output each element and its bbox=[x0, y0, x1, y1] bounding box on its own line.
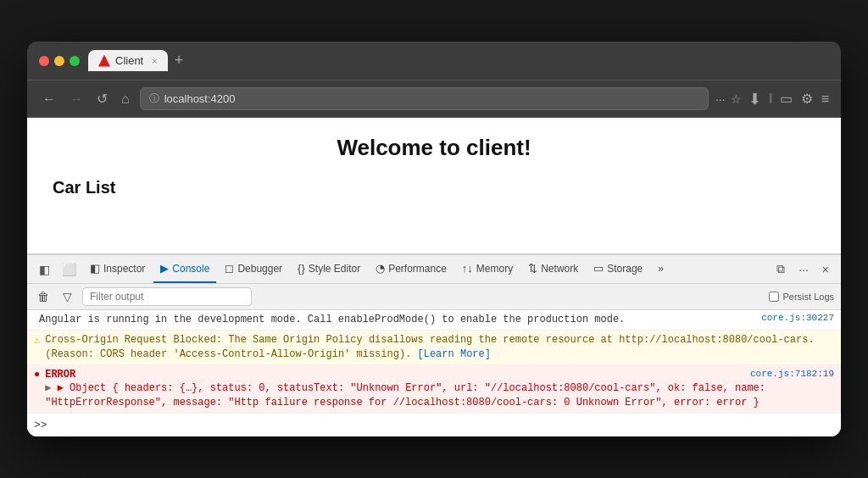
browser-window: Client × + ← → ↺ ⌂ ⓘ localhost:4200 ··· … bbox=[27, 42, 841, 436]
forward-button[interactable]: → bbox=[66, 90, 86, 108]
persist-logs-label: Persist Logs bbox=[782, 292, 834, 302]
devtools-tab-bar: ◧ ⬜ ◧ Inspector ▶ Console ◻ Debugger {} … bbox=[27, 255, 841, 284]
url-bar[interactable]: ⓘ localhost:4200 bbox=[140, 87, 709, 110]
home-button[interactable]: ⌂ bbox=[118, 90, 133, 108]
minimize-button[interactable] bbox=[54, 56, 64, 66]
more-options-icon[interactable]: ··· bbox=[715, 92, 726, 106]
devtools-copy-button[interactable]: ⧉ bbox=[771, 257, 790, 281]
console-message-warn: ⚠ Cross-Origin Request Blocked: The Same… bbox=[27, 331, 841, 365]
devtools-toolbar-right: ⧉ ··· × bbox=[771, 257, 834, 281]
devtools-responsive-button[interactable]: ⬜ bbox=[57, 258, 81, 281]
car-list-heading: Car List bbox=[53, 178, 815, 197]
tab-debugger[interactable]: ◻ Debugger bbox=[218, 255, 289, 283]
inspector-icon: ◧ bbox=[90, 262, 100, 275]
tab-more-button[interactable]: » bbox=[651, 256, 670, 283]
debugger-icon: ◻ bbox=[225, 262, 234, 275]
error-arrow: ▶ bbox=[45, 382, 51, 394]
browser-tab-client[interactable]: Client × bbox=[88, 50, 168, 71]
prompt-symbol: >> bbox=[34, 419, 47, 431]
console-icon: ▶ bbox=[160, 262, 169, 275]
filter-icon-button[interactable]: ▽ bbox=[59, 288, 75, 305]
tab-title: Client bbox=[115, 54, 143, 67]
menu-icon[interactable]: ≡ bbox=[821, 92, 829, 107]
address-bar: ← → ↺ ⌂ ⓘ localhost:4200 ··· ☆ ⬇ 𝄁 ▭ ⚙ ≡ bbox=[27, 81, 841, 118]
console-warn-text: Cross-Origin Request Blocked: The Same O… bbox=[45, 333, 834, 362]
reload-button[interactable]: ↺ bbox=[93, 89, 111, 108]
tab-strip: Client × + bbox=[88, 50, 829, 71]
maximize-button[interactable] bbox=[70, 56, 80, 66]
console-prompt[interactable]: >> bbox=[27, 414, 841, 436]
memory-icon: ↑↓ bbox=[462, 262, 473, 275]
tab-network[interactable]: ⇅ Network bbox=[521, 255, 585, 283]
reader-view-icon[interactable]: 𝄁 bbox=[770, 92, 771, 107]
console-error-content: ERROR core.js:7182:19 ▶ ▶ Object { heade… bbox=[45, 368, 834, 410]
page-content: Welcome to client! Car List bbox=[27, 118, 841, 253]
console-info-source[interactable]: core.js:30227 bbox=[761, 313, 834, 323]
console-output: Angular is running in the development mo… bbox=[27, 310, 841, 414]
console-message-info: Angular is running in the development mo… bbox=[27, 310, 841, 331]
url-text: localhost:4200 bbox=[164, 92, 236, 105]
tab-performance[interactable]: ◔ Performance bbox=[369, 255, 453, 283]
angular-favicon bbox=[98, 55, 110, 67]
settings-icon[interactable]: ⚙ bbox=[801, 91, 813, 107]
tab-console[interactable]: ▶ Console bbox=[153, 255, 216, 283]
storage-icon: ▭ bbox=[593, 262, 604, 275]
bookmark-icon[interactable]: ☆ bbox=[731, 92, 742, 106]
page-title: Welcome to client! bbox=[53, 135, 815, 161]
style-editor-icon: {} bbox=[298, 262, 305, 275]
title-bar: Client × + bbox=[27, 42, 841, 81]
learn-more-link[interactable]: [Learn More] bbox=[418, 348, 491, 360]
performance-icon: ◔ bbox=[376, 262, 385, 275]
network-icon: ⇅ bbox=[528, 262, 537, 275]
error-detail: ▶ Object { headers: {…}, status: 0, stat… bbox=[45, 382, 765, 409]
new-tab-button[interactable]: + bbox=[171, 52, 187, 69]
filter-input[interactable] bbox=[82, 287, 252, 306]
url-actions: ··· ☆ bbox=[715, 92, 742, 106]
tab-close-button[interactable]: × bbox=[152, 56, 157, 66]
console-error-source[interactable]: core.js:7182:19 bbox=[750, 368, 834, 381]
tab-inspector[interactable]: ◧ Inspector bbox=[83, 255, 152, 283]
persist-logs-checkbox[interactable] bbox=[769, 292, 779, 302]
tab-style-editor[interactable]: {} Style Editor bbox=[291, 255, 367, 283]
traffic-lights bbox=[39, 56, 80, 66]
warn-icon: ⚠ bbox=[34, 334, 40, 347]
browser-toolbar-right: ⬇ 𝄁 ▭ ⚙ ≡ bbox=[748, 90, 829, 108]
console-info-text: Angular is running in the development mo… bbox=[39, 313, 756, 327]
back-button[interactable]: ← bbox=[39, 90, 59, 108]
pip-icon[interactable]: ▭ bbox=[780, 91, 793, 107]
console-message-error: ● ERROR core.js:7182:19 ▶ ▶ Object { hea… bbox=[27, 365, 841, 414]
close-button[interactable] bbox=[39, 56, 49, 66]
devtools-panel: ◧ ⬜ ◧ Inspector ▶ Console ◻ Debugger {} … bbox=[27, 253, 841, 436]
devtools-pick-element-button[interactable]: ◧ bbox=[34, 258, 55, 281]
download-icon[interactable]: ⬇ bbox=[748, 90, 761, 108]
error-icon: ● bbox=[34, 369, 40, 381]
devtools-overflow-button[interactable]: ··· bbox=[793, 258, 814, 281]
devtools-close-button[interactable]: × bbox=[817, 258, 834, 281]
clear-console-button[interactable]: 🗑 bbox=[34, 288, 53, 305]
tab-memory[interactable]: ↑↓ Memory bbox=[455, 255, 520, 283]
error-label: ERROR bbox=[45, 369, 75, 381]
security-icon: ⓘ bbox=[149, 92, 159, 106]
console-toolbar: 🗑 ▽ Persist Logs bbox=[27, 284, 841, 310]
tab-storage[interactable]: ▭ Storage bbox=[587, 255, 649, 283]
